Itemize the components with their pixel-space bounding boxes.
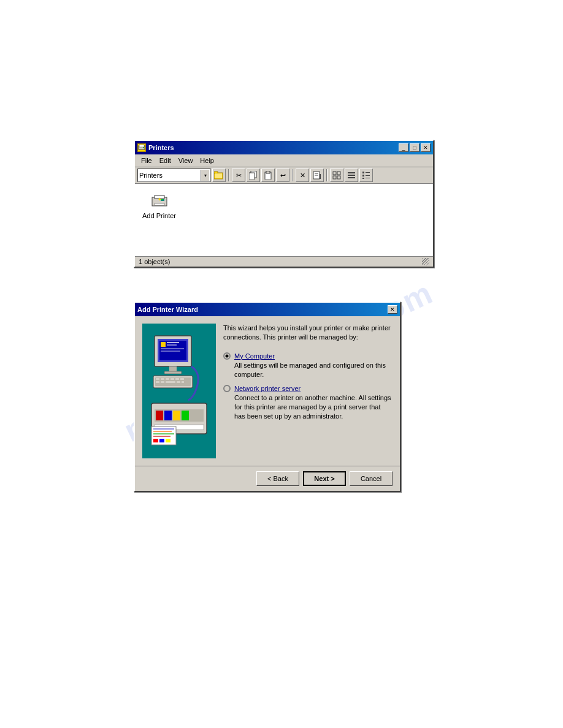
svg-rect-69 — [153, 439, 158, 442]
toolbar-btn-properties[interactable] — [310, 169, 324, 182]
svg-rect-14 — [333, 172, 336, 175]
svg-rect-19 — [348, 175, 355, 176]
toolbar-btn-folder[interactable] — [212, 169, 226, 182]
wizard-title-bar-buttons: ✕ — [388, 305, 397, 314]
wizard-close-button[interactable]: ✕ — [388, 305, 397, 314]
printers-title-bar: Printers _ □ ✕ — [135, 141, 433, 154]
svg-rect-7 — [249, 173, 255, 180]
network-printer-desc: Connect to a printer on another machine.… — [234, 393, 393, 422]
back-button[interactable]: < Back — [256, 471, 299, 486]
menu-file[interactable]: File — [137, 156, 156, 165]
menu-view[interactable]: View — [175, 156, 197, 165]
svg-rect-47 — [161, 378, 164, 380]
content-area: ✦ Add Printer — [135, 184, 433, 256]
status-text: 1 object(s) — [139, 258, 170, 265]
menu-help[interactable]: Help — [196, 156, 218, 165]
wizard-title: Add Printer Wizard — [137, 306, 198, 313]
close-button[interactable]: ✕ — [421, 143, 431, 152]
network-printer-label[interactable]: Network printer server — [234, 385, 301, 392]
wizard-content: This wizard helps you install your print… — [223, 324, 393, 458]
toolbar-btn-view2[interactable] — [345, 169, 358, 182]
svg-rect-5 — [215, 173, 222, 178]
svg-rect-38 — [167, 342, 179, 343]
svg-rect-20 — [348, 177, 355, 178]
svg-rect-24 — [366, 172, 370, 173]
printers-title: Printers — [148, 144, 174, 151]
add-printer-label: Add Printer — [142, 212, 176, 219]
network-printer-radio[interactable] — [223, 385, 231, 392]
svg-rect-66 — [153, 431, 172, 432]
svg-rect-51 — [180, 378, 184, 380]
svg-rect-17 — [337, 176, 340, 179]
toolbar-dropdown[interactable]: Printers ▾ — [137, 169, 211, 182]
wizard-title-bar: Add Printer Wizard ✕ — [135, 303, 400, 316]
toolbar-btn-paste[interactable] — [261, 169, 275, 182]
svg-rect-50 — [175, 378, 179, 380]
toolbar-btn-copy[interactable] — [247, 169, 260, 182]
svg-rect-37 — [161, 342, 166, 347]
wizard-body: This wizard helps you install your print… — [135, 316, 400, 466]
svg-rect-60 — [164, 411, 172, 420]
add-printer-icon: ✦ — [150, 191, 169, 211]
toolbar-btn-view1[interactable] — [330, 169, 343, 182]
printers-window: Printers _ □ ✕ File Edit View Help Print… — [134, 140, 434, 268]
my-computer-desc: All settings will be managed and configu… — [234, 361, 393, 380]
svg-rect-39 — [167, 344, 177, 346]
svg-rect-52 — [156, 381, 159, 383]
wizard-illustration — [142, 324, 216, 458]
dropdown-arrow-icon[interactable]: ▾ — [201, 170, 209, 181]
add-printer-item[interactable]: ✦ Add Printer — [140, 189, 178, 251]
network-printer-option: Network printer server Connect to a prin… — [223, 385, 393, 422]
svg-text:✦: ✦ — [158, 197, 162, 202]
toolbar-btn-view3[interactable] — [359, 169, 373, 182]
my-computer-option: My Computer All settings will be managed… — [223, 352, 393, 380]
svg-rect-4 — [214, 172, 218, 173]
toolbar: Printers ▾ ✂ ↩ ✕ — [135, 167, 433, 184]
my-computer-radio[interactable] — [223, 352, 231, 360]
svg-rect-41 — [161, 351, 180, 352]
svg-rect-18 — [348, 172, 355, 173]
toolbar-sep-1 — [228, 169, 229, 181]
svg-rect-43 — [164, 371, 182, 374]
svg-rect-23 — [362, 178, 364, 179]
toolbar-btn-delete[interactable]: ✕ — [296, 169, 309, 182]
title-bar-buttons: _ □ ✕ — [399, 143, 431, 152]
next-button[interactable]: Next > — [303, 471, 346, 486]
svg-rect-29 — [155, 203, 164, 205]
printers-window-icon — [137, 143, 146, 152]
svg-rect-42 — [169, 366, 177, 371]
svg-rect-54 — [166, 381, 175, 383]
menu-bar: File Edit View Help — [135, 154, 433, 167]
svg-rect-59 — [156, 411, 163, 420]
svg-rect-26 — [366, 178, 370, 178]
toolbar-sep-2 — [292, 169, 293, 181]
toolbar-btn-undo[interactable]: ↩ — [276, 169, 289, 182]
toolbar-btn-cut[interactable]: ✂ — [232, 169, 245, 182]
svg-rect-48 — [166, 378, 169, 380]
toolbar-dropdown-text: Printers — [139, 172, 201, 179]
svg-rect-70 — [159, 439, 164, 442]
wizard-footer: < Back Next > Cancel — [135, 466, 400, 491]
svg-rect-1 — [139, 145, 144, 147]
svg-rect-67 — [153, 433, 174, 434]
svg-rect-65 — [153, 428, 174, 430]
wizard-intro: This wizard helps you install your print… — [223, 324, 393, 343]
menu-edit[interactable]: Edit — [156, 156, 175, 165]
svg-rect-49 — [170, 378, 174, 380]
svg-rect-22 — [362, 175, 364, 176]
svg-rect-25 — [366, 175, 370, 176]
my-computer-label[interactable]: My Computer — [234, 352, 275, 360]
svg-rect-9 — [266, 171, 270, 173]
toolbar-sep-3 — [326, 169, 327, 181]
radio-group: My Computer All settings will be managed… — [223, 352, 393, 422]
minimize-button[interactable]: _ — [399, 143, 408, 152]
svg-rect-16 — [333, 176, 336, 179]
title-bar-left: Printers — [137, 143, 174, 152]
svg-rect-61 — [173, 411, 180, 420]
maximize-button[interactable]: □ — [410, 143, 419, 152]
svg-rect-56 — [182, 381, 184, 383]
cancel-button[interactable]: Cancel — [350, 471, 393, 486]
svg-point-2 — [143, 147, 144, 148]
svg-rect-71 — [166, 439, 170, 442]
add-printer-wizard: Add Printer Wizard ✕ — [134, 301, 401, 492]
